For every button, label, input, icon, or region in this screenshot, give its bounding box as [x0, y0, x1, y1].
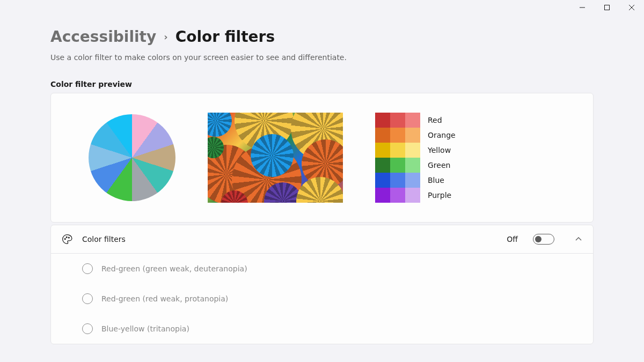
radio-button[interactable]	[82, 263, 93, 274]
color-swatch	[390, 143, 405, 158]
swatch-row: Purple	[375, 188, 456, 203]
window-titlebar	[0, 0, 644, 15]
svg-point-5	[66, 237, 67, 238]
color-swatch	[375, 113, 390, 128]
color-swatch	[375, 143, 390, 158]
filter-option[interactable]: Red-green (red weak, protanopia)	[51, 284, 593, 314]
swatch-label: Red	[428, 116, 442, 124]
color-swatch	[375, 188, 390, 203]
svg-point-6	[68, 237, 69, 238]
color-swatch	[405, 188, 420, 203]
swatch-label: Green	[428, 161, 450, 169]
filter-option-label: Blue-yellow (tritanopia)	[101, 324, 189, 333]
filter-option[interactable]: Red-green (green weak, deuteranopia)	[51, 254, 593, 284]
filter-option[interactable]: Blue-yellow (tritanopia)	[51, 314, 593, 344]
color-swatch	[390, 173, 405, 188]
color-swatch	[375, 158, 390, 173]
color-filters-header[interactable]: Color filters Off	[51, 225, 593, 253]
filter-options-list: Red-green (green weak, deuteranopia)Red-…	[51, 253, 593, 344]
palette-icon	[62, 234, 72, 245]
swatch-row: Red	[375, 113, 456, 128]
color-swatch	[405, 158, 420, 173]
swatch-label: Purple	[428, 191, 451, 200]
page-description: Use a color filter to make colors on you…	[50, 53, 594, 62]
color-filters-toggle[interactable]	[533, 234, 554, 245]
color-swatch	[405, 128, 420, 143]
swatch-row: Orange	[375, 128, 456, 143]
breadcrumb: Accessibility › Color filters	[50, 28, 594, 46]
breadcrumb-parent[interactable]: Accessibility	[50, 28, 156, 46]
swatch-label: Blue	[428, 176, 444, 184]
preview-label: Color filter preview	[50, 80, 594, 88]
svg-rect-1	[605, 5, 610, 10]
swatch-row: Blue	[375, 173, 456, 188]
radio-button[interactable]	[82, 323, 93, 334]
color-swatch-table: RedOrangeYellowGreenBluePurple	[375, 113, 456, 203]
color-swatch	[405, 113, 420, 128]
maximize-button[interactable]	[595, 0, 619, 15]
color-swatch	[405, 173, 420, 188]
filter-option-label: Red-green (green weak, deuteranopia)	[101, 264, 247, 273]
color-swatch	[405, 143, 420, 158]
close-button[interactable]	[619, 0, 644, 15]
color-swatch	[390, 188, 405, 203]
color-swatch	[390, 158, 405, 173]
radio-button[interactable]	[82, 293, 93, 304]
minimize-button[interactable]	[570, 0, 595, 15]
color-swatch	[375, 128, 390, 143]
svg-point-4	[64, 239, 65, 240]
color-swatch	[390, 128, 405, 143]
chevron-right-icon: ›	[164, 31, 167, 42]
color-wheel-preview	[89, 114, 175, 201]
color-photo-preview	[208, 113, 343, 203]
chevron-up-icon[interactable]	[575, 235, 582, 243]
color-preview-card: RedOrangeYellowGreenBluePurple	[50, 93, 594, 223]
filter-option-label: Red-green (red weak, protanopia)	[101, 294, 228, 303]
color-swatch	[390, 113, 405, 128]
color-swatch	[375, 173, 390, 188]
swatch-label: Orange	[428, 131, 456, 139]
color-filters-title: Color filters	[82, 235, 497, 243]
swatch-row: Yellow	[375, 143, 456, 158]
toggle-state-label: Off	[507, 235, 518, 243]
swatch-label: Yellow	[428, 146, 451, 154]
page-title: Color filters	[175, 28, 275, 46]
swatch-row: Green	[375, 158, 456, 173]
color-filters-setting-card: Color filters Off Red-green (green weak,…	[50, 225, 594, 344]
